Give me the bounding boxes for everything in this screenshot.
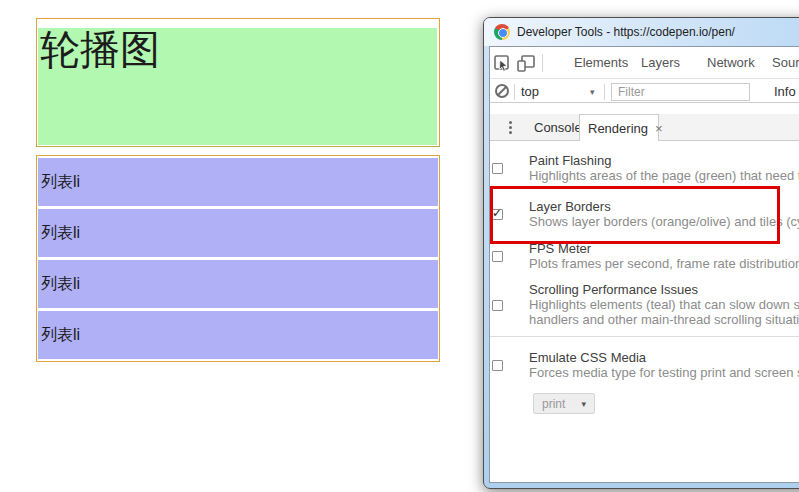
chrome-icon [494,24,510,40]
device-toolbar-icon[interactable] [517,55,535,72]
carousel-fill: 轮播图 [38,28,437,145]
scrolling-performance-checkbox[interactable] [492,300,503,311]
toolbar-divider [514,84,515,100]
checkmark-icon: ✓ [492,206,502,220]
option-description: handlers and other main-thread scrolling… [529,312,799,327]
devtools-titlebar[interactable]: Developer Tools - https://codepen.io/pen… [484,18,799,46]
log-level-dropdown[interactable]: Info [774,84,796,99]
screen: 轮播图 列表li 列表li 列表li 列表li Developer Tools … [0,0,799,492]
toolbar-divider [542,54,543,72]
fps-meter-checkbox[interactable] [492,251,503,262]
overflow-menu-icon[interactable] [509,121,512,136]
chevron-down-icon: ▾ [581,399,586,409]
list-item: 列表li [38,209,438,257]
demo-list: 列表li 列表li 列表li 列表li [36,155,440,362]
option-emulate-css-media: Emulate CSS Media Forces media type for … [490,351,799,380]
media-type-select[interactable]: print ▾ [533,393,595,414]
option-label: Layer Borders [529,200,799,214]
option-layer-borders: ✓ Layer Borders Shows layer borders (ora… [490,200,799,229]
option-paint-flashing: Paint Flashing Highlights areas of the p… [490,154,799,183]
devtools-content: Elements Layers Network Sources top ▾ In… [489,46,799,483]
option-description: Plots frames per second, frame rate dist… [529,256,799,271]
devtools-window: Developer Tools - https://codepen.io/pen… [483,17,799,489]
tab-rendering[interactable]: Rendering × [579,114,659,141]
drawer-tabbar: Console Rendering × [490,114,799,141]
chevron-down-icon[interactable]: ▾ [590,87,595,97]
layer-borders-checkbox[interactable]: ✓ [492,209,503,220]
tab-layers[interactable]: Layers [641,55,680,70]
carousel-title: 轮播图 [38,28,437,70]
main-toolbar: Elements Layers Network Sources [490,47,799,79]
option-description: Shows layer borders (orange/olive) and t… [529,214,799,229]
option-description: Forces media type for testing print and … [529,365,799,380]
tab-sources[interactable]: Sources [772,55,799,70]
option-label: Paint Flashing [529,154,799,168]
option-scrolling-performance: Scrolling Performance Issues Highlights … [490,283,799,327]
inspect-element-icon[interactable] [494,55,511,72]
media-type-value: print [542,397,565,411]
list-item: 列表li [38,311,438,359]
option-label: FPS Meter [529,242,799,256]
close-tab-icon[interactable]: × [655,121,663,136]
option-fps-meter: FPS Meter Plots frames per second, frame… [490,242,799,271]
tab-console[interactable]: Console [534,120,582,135]
filter-input[interactable] [611,83,750,101]
clear-console-icon[interactable] [495,84,509,98]
rendering-panel: Paint Flashing Highlights areas of the p… [490,142,799,482]
console-toolbar: top ▾ Info [490,80,799,103]
list-item: 列表li [38,260,438,308]
option-label: Scrolling Performance Issues [529,283,799,297]
toolbar-divider [604,84,605,100]
emulate-css-media-checkbox[interactable] [492,360,503,371]
carousel-box: 轮播图 [36,18,440,147]
tab-network[interactable]: Network [707,55,755,70]
context-selector[interactable]: top [521,84,539,99]
option-description: Highlights elements (teal) that can slow… [529,297,799,312]
window-title: Developer Tools - https://codepen.io/pen… [517,25,735,39]
list-item: 列表li [38,158,438,206]
paint-flashing-checkbox[interactable] [492,163,503,174]
option-label: Emulate CSS Media [529,351,799,365]
tab-elements[interactable]: Elements [574,55,628,70]
option-description: Highlights areas of the page (green) tha… [529,168,799,183]
section-divider [490,336,799,337]
